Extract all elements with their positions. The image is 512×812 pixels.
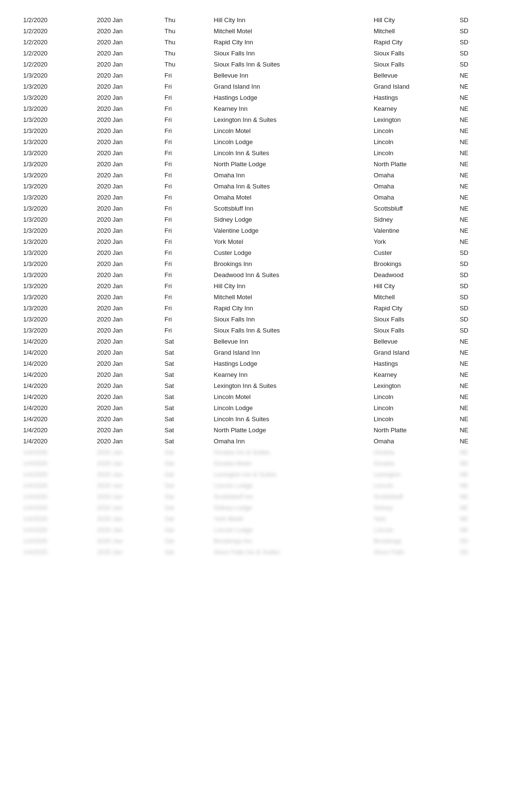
cell-city: Lincoln	[370, 125, 456, 136]
cell-month: 2020 Jan	[93, 258, 161, 269]
cell-name: Lincoln Lodge	[210, 524, 370, 535]
cell-month: 2020 Jan	[93, 458, 161, 469]
cell-date: 1/3/2020	[19, 247, 93, 258]
cell-date: 1/2/2020	[19, 48, 93, 59]
cell-state: NE	[456, 502, 493, 513]
cell-month: 2020 Jan	[93, 59, 161, 70]
cell-day: Fri	[161, 269, 210, 280]
cell-city: York	[370, 513, 456, 524]
cell-date: 1/4/2020	[19, 347, 93, 358]
cell-date: 1/3/2020	[19, 147, 93, 159]
table-row: 1/3/2020 2020 Jan Fri Hill City Inn Hill…	[19, 280, 493, 292]
cell-date: 1/4/2020	[19, 336, 93, 347]
table-row: 1/4/2020 2020 Jan Sat Lexington Inn & Su…	[19, 380, 493, 391]
cell-date: 1/3/2020	[19, 258, 93, 269]
cell-city: Omaha	[370, 458, 456, 469]
cell-month: 2020 Jan	[93, 314, 161, 325]
cell-day: Sat	[161, 380, 210, 391]
cell-state: SD	[456, 303, 493, 314]
cell-day: Thu	[161, 14, 210, 26]
cell-name: Hill City Inn	[210, 14, 370, 26]
cell-date: 1/4/2020	[19, 402, 93, 413]
cell-month: 2020 Jan	[93, 292, 161, 303]
cell-name: Omaha Inn & Suites	[210, 181, 370, 192]
cell-day: Sat	[161, 336, 210, 347]
cell-date: 1/3/2020	[19, 203, 93, 214]
cell-day: Sat	[161, 458, 210, 469]
cell-date: 1/3/2020	[19, 225, 93, 236]
cell-day: Sat	[161, 425, 210, 436]
cell-state: NE	[456, 469, 493, 480]
cell-day: Sat	[161, 491, 210, 502]
cell-day: Fri	[161, 147, 210, 159]
cell-city: Lincoln	[370, 402, 456, 413]
cell-city: Lincoln	[370, 524, 456, 535]
cell-day: Fri	[161, 181, 210, 192]
cell-city: Sioux Falls	[370, 325, 456, 336]
table-row: 1/3/2020 2020 Jan Fri Sioux Falls Inn Si…	[19, 314, 493, 325]
cell-name: Lincoln Lodge	[210, 480, 370, 491]
cell-day: Sat	[161, 546, 210, 558]
cell-day: Fri	[161, 92, 210, 103]
table-row: 1/4/2020 2020 Jan Sat North Platte Lodge…	[19, 425, 493, 436]
table-row-blurred: 1/4/2020 2020 Jan Sat Omaha Inn & Suites…	[19, 447, 493, 458]
table-row: 1/4/2020 2020 Jan Sat Lincoln Lodge Linc…	[19, 402, 493, 413]
cell-month: 2020 Jan	[93, 269, 161, 280]
cell-state: NE	[456, 436, 493, 447]
cell-month: 2020 Jan	[93, 37, 161, 48]
cell-state: NE	[456, 225, 493, 236]
cell-state: NE	[456, 447, 493, 458]
cell-name: Rapid City Inn	[210, 303, 370, 314]
cell-month: 2020 Jan	[93, 136, 161, 147]
cell-city: Omaha	[370, 181, 456, 192]
cell-month: 2020 Jan	[93, 81, 161, 92]
cell-day: Thu	[161, 37, 210, 48]
cell-state: SD	[456, 325, 493, 336]
table-row: 1/3/2020 2020 Jan Fri Sioux Falls Inn & …	[19, 325, 493, 336]
cell-name: Kearney Inn	[210, 369, 370, 380]
cell-city: Lincoln	[370, 136, 456, 147]
cell-month: 2020 Jan	[93, 413, 161, 425]
cell-month: 2020 Jan	[93, 92, 161, 103]
cell-date: 1/4/2020	[19, 447, 93, 458]
cell-city: Lincoln	[370, 413, 456, 425]
cell-city: Grand Island	[370, 347, 456, 358]
table-row: 1/4/2020 2020 Jan Sat Bellevue Inn Belle…	[19, 336, 493, 347]
cell-state: NE	[456, 136, 493, 147]
cell-month: 2020 Jan	[93, 14, 161, 26]
cell-month: 2020 Jan	[93, 502, 161, 513]
data-table: 1/2/2020 2020 Jan Thu Hill City Inn Hill…	[19, 14, 493, 558]
cell-month: 2020 Jan	[93, 48, 161, 59]
cell-date: 1/3/2020	[19, 181, 93, 192]
cell-city: Bellevue	[370, 336, 456, 347]
cell-state: SD	[456, 48, 493, 59]
cell-day: Fri	[161, 170, 210, 181]
cell-date: 1/3/2020	[19, 280, 93, 292]
cell-day: Sat	[161, 513, 210, 524]
cell-state: NE	[456, 402, 493, 413]
cell-date: 1/3/2020	[19, 303, 93, 314]
cell-name: Sioux Falls Inn & Suites	[210, 325, 370, 336]
cell-name: Mitchell Motel	[210, 26, 370, 37]
cell-city: Sidney	[370, 214, 456, 225]
cell-name: Lincoln Motel	[210, 391, 370, 402]
cell-name: Deadwood Inn & Suites	[210, 269, 370, 280]
cell-month: 2020 Jan	[93, 159, 161, 170]
cell-date: 1/4/2020	[19, 535, 93, 546]
cell-date: 1/3/2020	[19, 92, 93, 103]
cell-day: Fri	[161, 303, 210, 314]
cell-state: NE	[456, 70, 493, 81]
cell-day: Fri	[161, 258, 210, 269]
table-row: 1/3/2020 2020 Jan Fri Bellevue Inn Belle…	[19, 70, 493, 81]
cell-month: 2020 Jan	[93, 425, 161, 436]
cell-month: 2020 Jan	[93, 546, 161, 558]
cell-date: 1/4/2020	[19, 513, 93, 524]
cell-name: Lincoln Lodge	[210, 402, 370, 413]
table-row: 1/2/2020 2020 Jan Thu Hill City Inn Hill…	[19, 14, 493, 26]
cell-month: 2020 Jan	[93, 214, 161, 225]
cell-date: 1/3/2020	[19, 325, 93, 336]
table-row: 1/3/2020 2020 Jan Fri Deadwood Inn & Sui…	[19, 269, 493, 280]
cell-day: Thu	[161, 26, 210, 37]
table-row: 1/4/2020 2020 Jan Sat Kearney Inn Kearne…	[19, 369, 493, 380]
cell-day: Sat	[161, 480, 210, 491]
